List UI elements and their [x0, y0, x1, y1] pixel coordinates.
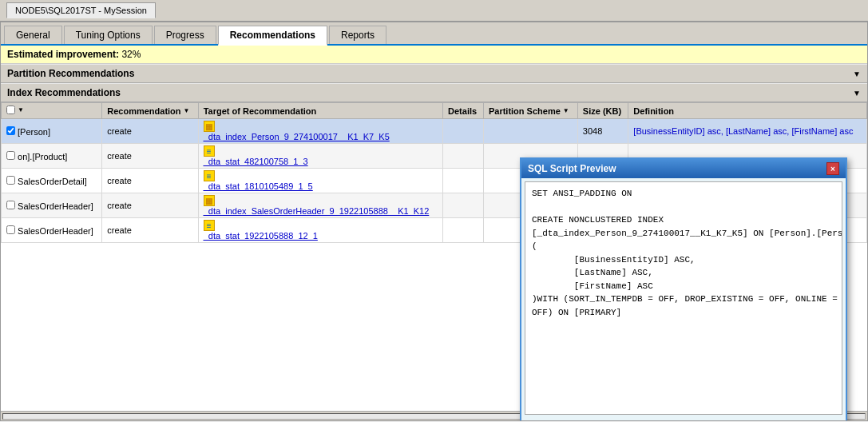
dialog-title-bar: SQL Script Preview ×: [521, 159, 846, 178]
partition-chevron-icon[interactable]: ▼: [853, 70, 861, 78]
target-cell[interactable]: ▦ _dta_index_Person_9_274100017__K1_K7_K…: [198, 119, 442, 144]
definition-cell: [BusinessEntityID] asc, [LastName] asc, …: [628, 119, 867, 144]
details-cell: [443, 169, 484, 193]
index-section-label: Index Recommendations: [7, 87, 121, 98]
partition-scheme-cell: [483, 119, 577, 144]
dialog-close-x-button[interactable]: ×: [826, 162, 839, 175]
partition-section-label: Partition Recommendations: [7, 68, 134, 79]
sort-arrow-3: ▼: [563, 107, 569, 114]
sort-arrow-2: ▼: [184, 107, 190, 114]
index-icon: ▦: [204, 121, 215, 132]
target-cell[interactable]: ≡ _dta_stat_1922105888_12_1: [198, 218, 442, 243]
details-cell: [443, 119, 484, 144]
target-link[interactable]: _dta_index_SalesOrderHeader_9_1922105888…: [204, 206, 430, 216]
improvement-value: 32%: [121, 49, 141, 60]
recommendation-cell: create: [102, 144, 198, 169]
improvement-bar: Estimated improvement: 32%: [1, 46, 867, 64]
target-cell[interactable]: ▦ _dta_index_SalesOrderHeader_9_19221058…: [198, 193, 442, 218]
recommendation-cell: create: [102, 169, 198, 193]
row-checkbox-4[interactable]: [6, 225, 15, 234]
row-checkbox-1[interactable]: [6, 151, 15, 160]
index-chevron-icon[interactable]: ▼: [853, 89, 861, 98]
target-link[interactable]: _dta_stat_482100758_1_3: [204, 157, 308, 166]
recommendation-cell: create: [102, 193, 198, 218]
sql-preview-dialog: SQL Script Preview × SET ANSI_PADDING ON…: [520, 157, 847, 420]
col-header-recommendation[interactable]: Recommendation ▼: [102, 103, 198, 119]
tabs-row: General Tuning Options Progress Recommen…: [1, 22, 867, 46]
details-cell: [443, 144, 484, 169]
table-row[interactable]: [Person]create▦ _dta_index_Person_9_2741…: [2, 119, 867, 144]
target-link[interactable]: _dta_index_Person_9_274100017__K1_K7_K5: [204, 132, 390, 141]
details-cell: [443, 193, 484, 218]
stat-icon: ≡: [204, 170, 215, 181]
stat-icon: ≡: [204, 220, 215, 231]
window-title-text: NODE5\SQL2017ST - MySession: [15, 6, 147, 15]
improvement-label: Estimated improvement:: [7, 49, 119, 60]
tab-general[interactable]: General: [4, 26, 62, 44]
recommendation-cell: create: [102, 218, 198, 243]
target-link[interactable]: _dta_stat_1810105489_1_5: [204, 181, 313, 191]
tab-tuning-options[interactable]: Tuning Options: [64, 26, 153, 44]
target-link[interactable]: _dta_stat_1922105888_12_1: [204, 231, 318, 241]
target-cell[interactable]: ≡ _dta_stat_482100758_1_3: [198, 144, 442, 169]
stat-icon: ≡: [204, 145, 215, 157]
target-cell[interactable]: ≡ _dta_stat_1810105489_1_5: [198, 169, 442, 193]
col-header-target[interactable]: Target of Recommendation: [198, 103, 442, 119]
col-header-partition[interactable]: Partition Scheme ▼: [483, 103, 577, 119]
dialog-footer: Copy to Clipboard Close: [521, 418, 846, 420]
col-header-details[interactable]: Details: [443, 103, 484, 119]
partition-section-header[interactable]: Partition Recommendations ▼: [1, 64, 867, 83]
main-container: General Tuning Options Progress Recommen…: [0, 22, 868, 421]
size-cell: 3048: [577, 119, 628, 144]
col-header-check[interactable]: ▼: [2, 103, 102, 119]
dialog-sql-content[interactable]: SET ANSI_PADDING ON CREATE NONCLUSTERED …: [525, 181, 842, 415]
tab-recommendations[interactable]: Recommendations: [218, 26, 327, 46]
content-area: Estimated improvement: 32% Partition Rec…: [1, 46, 867, 420]
title-bar: NODE5\SQL2017ST - MySession: [0, 0, 868, 22]
index-icon: ▦: [204, 195, 215, 206]
details-cell: [443, 218, 484, 243]
row-checkbox-2[interactable]: [6, 176, 15, 185]
row-checkbox-0[interactable]: [6, 126, 15, 135]
recommendation-cell: create: [102, 119, 198, 144]
index-section-header[interactable]: Index Recommendations ▼: [1, 83, 867, 102]
tab-reports[interactable]: Reports: [329, 26, 386, 44]
window-title-tab[interactable]: NODE5\SQL2017ST - MySession: [6, 2, 156, 18]
sort-arrow-1: ▼: [18, 106, 24, 113]
col-header-definition[interactable]: Definition: [628, 103, 867, 119]
select-all-checkbox[interactable]: [6, 106, 15, 114]
tab-progress[interactable]: Progress: [154, 26, 216, 44]
col-header-size[interactable]: Size (KB): [577, 103, 628, 119]
row-checkbox-3[interactable]: [6, 201, 15, 209]
dialog-title-text: SQL Script Preview: [528, 163, 616, 174]
